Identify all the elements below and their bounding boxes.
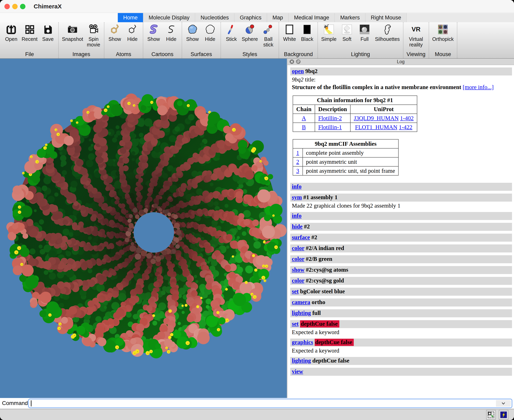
log-link-show[interactable]: show bbox=[292, 266, 305, 273]
log-link-2[interactable]: 2 bbox=[296, 158, 299, 165]
log-link-sym[interactable]: sym bbox=[292, 194, 302, 200]
log-link-camera[interactable]: camera bbox=[292, 299, 310, 305]
log-link-j3qld9-human[interactable]: J3QLD9_HUMAN bbox=[354, 115, 399, 121]
log-link-flotillin-1[interactable]: Flotillin-1 bbox=[318, 124, 342, 130]
toolbar-button-label: Black bbox=[301, 36, 313, 42]
assembly-description: point asymmetric unit, std point frame bbox=[303, 166, 399, 175]
minimize-window-button[interactable] bbox=[12, 4, 18, 9]
lighting-full-button[interactable]: Full bbox=[357, 24, 372, 42]
log-link-open[interactable]: open bbox=[292, 68, 304, 74]
log-link-graphics[interactable]: graphics bbox=[292, 339, 313, 345]
styles-ball-stick-button[interactable]: Ball stick bbox=[261, 24, 276, 47]
log-command-row: hide #2 bbox=[290, 223, 512, 231]
images-snapshot-button[interactable]: Snapshot bbox=[62, 24, 83, 42]
atoms-show-icon bbox=[109, 24, 120, 35]
file-open-button[interactable]: Open bbox=[4, 24, 18, 42]
toolbar-group-title: Styles bbox=[224, 51, 276, 58]
stick-icon bbox=[226, 24, 237, 35]
tab-markers[interactable]: Markers bbox=[335, 13, 365, 22]
background-black-button[interactable]: Black bbox=[300, 24, 314, 42]
log-link-flotillin-2[interactable]: Flotillin-2 bbox=[318, 115, 342, 121]
toolbar-button-label: Sphere bbox=[242, 36, 258, 42]
log-link-1[interactable]: 1 bbox=[296, 150, 299, 156]
lighting-soft-button[interactable]: Soft bbox=[340, 24, 354, 42]
viewing-virtual-reality-button[interactable]: VRVirtual reality bbox=[409, 24, 423, 47]
tab-molecule-display[interactable]: Molecule Display bbox=[143, 13, 195, 22]
tab-medical-image[interactable]: Medical Image bbox=[289, 13, 335, 22]
log-link-b[interactable]: B bbox=[302, 124, 306, 130]
log-panel-title: Log bbox=[287, 59, 514, 65]
graphics-viewport[interactable] bbox=[0, 59, 287, 398]
log-response-row: 9bq2 title: bbox=[292, 76, 512, 83]
toolbar-button-label: Silhouettes bbox=[375, 36, 400, 42]
molecule-render[interactable] bbox=[0, 59, 287, 398]
ball-stick-icon bbox=[263, 24, 274, 35]
log-link-surface[interactable]: surface bbox=[292, 234, 310, 240]
log-link-set[interactable]: set bbox=[292, 321, 299, 327]
tab-map[interactable]: Map bbox=[267, 13, 289, 22]
log-link-3[interactable]: 3 bbox=[296, 168, 299, 174]
assembly-description: complete point assembly bbox=[303, 148, 399, 157]
log-response-row: Expected a keyword bbox=[292, 347, 512, 354]
log-link-hide[interactable]: hide bbox=[292, 223, 302, 230]
log-float-button[interactable] bbox=[296, 59, 301, 64]
log-link-view[interactable]: view bbox=[292, 368, 303, 375]
quick-start-button[interactable] bbox=[499, 410, 508, 420]
log-text: depthCue false bbox=[311, 357, 349, 364]
log-command-row: color #2/A indian red bbox=[290, 244, 512, 252]
surfaces-hide-button[interactable]: Hide bbox=[203, 24, 217, 42]
cartoons-show-icon bbox=[148, 24, 159, 35]
mouse-orthopick-button[interactable]: Orthopick bbox=[432, 24, 454, 42]
toolbar-group-cartoons: ShowHideCartoons bbox=[143, 22, 182, 58]
lighting-silhouettes-button[interactable]: Silhouettes bbox=[375, 24, 400, 42]
assemblies-table-row: 3point asymmetric unit, std point frame bbox=[293, 166, 399, 175]
chain-information-table: Chain information for 9bq2 #1ChainDescri… bbox=[293, 96, 417, 132]
toolbar-button-label: Full bbox=[361, 36, 368, 42]
log-link-color[interactable]: color bbox=[292, 245, 304, 251]
log-link-info[interactable]: info bbox=[292, 183, 301, 190]
cartoons-hide-button[interactable]: Hide bbox=[164, 24, 178, 42]
resize-graphics-button[interactable] bbox=[486, 410, 496, 420]
close-window-button[interactable] bbox=[4, 4, 10, 9]
styles-sphere-button[interactable]: Sphere bbox=[242, 24, 258, 42]
log-response-row: Expected a keyword bbox=[292, 329, 512, 336]
log-link-set[interactable]: set bbox=[292, 288, 299, 294]
command-history-dropdown[interactable] bbox=[496, 400, 511, 407]
log-link-info[interactable]: info bbox=[292, 212, 301, 219]
close-icon bbox=[290, 59, 294, 64]
tab-home[interactable]: Home bbox=[118, 13, 143, 22]
file-save-button[interactable]: Save bbox=[41, 24, 55, 42]
log-command-row: info bbox=[290, 183, 512, 191]
log-text: bgColor steel blue bbox=[299, 288, 345, 294]
tab-right-mouse[interactable]: Right Mouse bbox=[365, 13, 407, 22]
log-link-a[interactable]: A bbox=[302, 115, 306, 121]
log-link-color[interactable]: color bbox=[292, 277, 304, 284]
log-text: #1 assembly 1 bbox=[302, 194, 338, 200]
images-spin-movie-button[interactable]: Spin movie bbox=[86, 24, 101, 47]
atoms-hide-button[interactable]: Hide bbox=[125, 24, 140, 42]
log-link-1-402[interactable]: 1-402 bbox=[400, 115, 414, 121]
tab-strip: HomeMolecule DisplayNucleotidesGraphicsM… bbox=[118, 13, 514, 22]
zoom-window-button[interactable] bbox=[20, 4, 25, 9]
log-link-1-422[interactable]: 1-422 bbox=[399, 124, 413, 130]
tab-nucleotides[interactable]: Nucleotides bbox=[195, 13, 234, 22]
file-recent-button[interactable]: Recent bbox=[22, 24, 38, 42]
log-text: Made 22 graphical clones for 9bq2 assemb… bbox=[292, 202, 400, 209]
tab-graphics[interactable]: Graphics bbox=[234, 13, 267, 22]
toolbar-button-label: Soft bbox=[343, 36, 351, 42]
log-text: full bbox=[311, 310, 321, 316]
log-link-color[interactable]: color bbox=[292, 256, 304, 262]
surfaces-show-button[interactable]: Show bbox=[185, 24, 200, 42]
log-link-flot1-human[interactable]: FLOT1_HUMAN bbox=[355, 124, 397, 130]
atoms-show-button[interactable]: Show bbox=[107, 24, 122, 42]
styles-stick-button[interactable]: Stick bbox=[224, 24, 238, 42]
orthopick-icon bbox=[437, 24, 448, 35]
log-link-lighting[interactable]: lighting bbox=[292, 310, 311, 316]
background-white-button[interactable]: White bbox=[282, 24, 297, 42]
command-input[interactable] bbox=[28, 398, 512, 408]
log-close-button[interactable] bbox=[290, 59, 294, 64]
log-link-more-info[interactable]: [more info...] bbox=[463, 84, 494, 90]
lighting-simple-button[interactable]: Simple bbox=[321, 24, 336, 42]
cartoons-show-button[interactable]: Show bbox=[146, 24, 161, 42]
log-link-lighting[interactable]: lighting bbox=[292, 357, 311, 364]
